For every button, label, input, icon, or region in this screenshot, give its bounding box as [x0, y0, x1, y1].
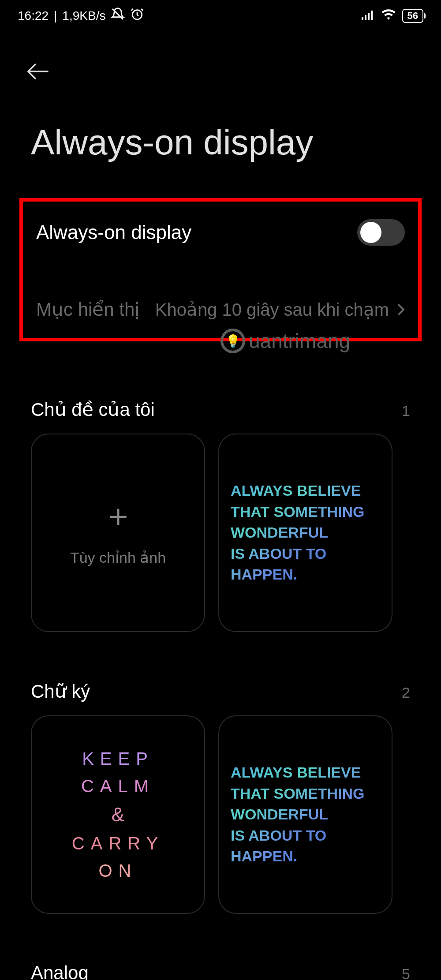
keepcalm-text: KEEP CALM & CARRY ON	[72, 745, 164, 884]
believe-text-2: ALWAYS BELIEVE THAT SOMETHING WONDERFUL …	[230, 762, 381, 867]
watermark: 💡 uantrimang	[220, 329, 350, 353]
card-keepcalm[interactable]: KEEP CALM & CARRY ON	[31, 715, 205, 914]
section-signature-title: Chữ ký	[31, 681, 90, 702]
section-signature-count: 2	[402, 684, 410, 701]
bulb-icon: 💡	[220, 329, 245, 353]
aod-toggle-switch[interactable]	[357, 219, 405, 246]
battery-icon: 56	[402, 9, 423, 23]
card-custom-image[interactable]: ＋ Tùy chỉnh ảnh	[31, 434, 205, 632]
silent-icon	[111, 7, 125, 24]
back-button[interactable]	[26, 60, 49, 82]
card-believe-signature[interactable]: ALWAYS BELIEVE THAT SOMETHING WONDERFUL …	[218, 715, 392, 914]
display-option-value: Khoảng 10 giây sau khi chạm	[155, 299, 405, 320]
believe-text: ALWAYS BELIEVE THAT SOMETHING WONDERFUL …	[230, 480, 381, 585]
status-time: 16:22	[18, 9, 49, 23]
status-speed: 1,9KB/s	[62, 9, 105, 23]
svg-rect-2	[362, 17, 363, 20]
custom-image-label: Tùy chỉnh ảnh	[70, 549, 166, 566]
section-mythemes-count: 1	[402, 402, 410, 419]
wifi-icon	[381, 8, 396, 23]
status-right: 56	[362, 8, 423, 23]
aod-toggle-row[interactable]: Always-on display	[36, 219, 405, 246]
section-analog-title: Analog	[31, 962, 89, 980]
signal-icon	[362, 9, 375, 23]
plus-icon: ＋	[102, 499, 134, 531]
section-mythemes-title: Chủ đề của tôi	[31, 399, 155, 420]
highlighted-settings: Always-on display Mục hiển thị Khoảng 10…	[19, 198, 422, 341]
display-option-row[interactable]: Mục hiển thị Khoảng 10 giây sau khi chạm	[36, 299, 405, 320]
page-title: Always-on display	[0, 82, 441, 198]
chevron-right-icon	[397, 303, 405, 316]
status-left: 16:22 | 1,9KB/s	[18, 7, 144, 24]
status-bar: 16:22 | 1,9KB/s 56	[0, 0, 441, 30]
display-option-label: Mục hiển thị	[36, 299, 140, 320]
section-analog-count: 5	[402, 965, 410, 980]
alarm-icon	[130, 7, 144, 24]
svg-rect-5	[371, 11, 373, 20]
svg-rect-4	[368, 13, 370, 20]
aod-toggle-label: Always-on display	[36, 221, 191, 243]
svg-rect-3	[365, 15, 366, 20]
card-believe-theme[interactable]: ALWAYS BELIEVE THAT SOMETHING WONDERFUL …	[218, 434, 392, 632]
